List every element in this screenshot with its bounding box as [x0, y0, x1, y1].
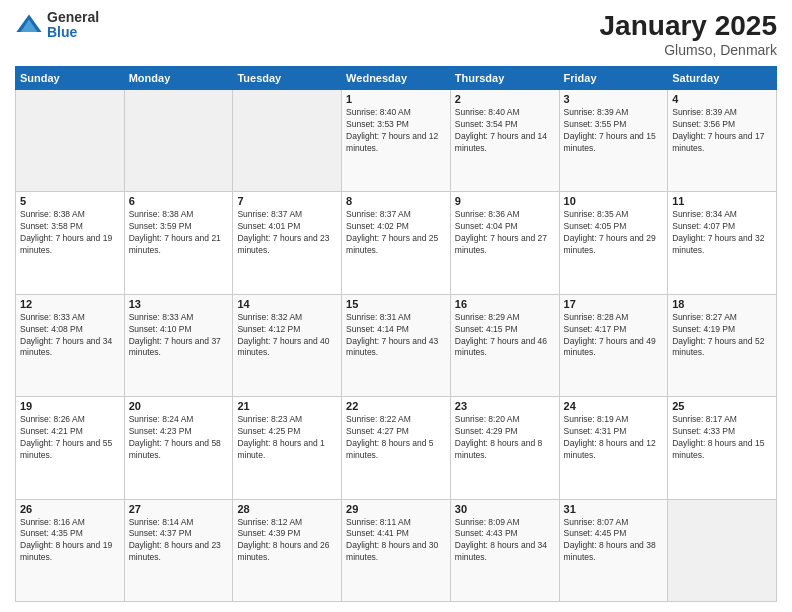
- day-info: Sunrise: 8:20 AMSunset: 4:29 PMDaylight:…: [455, 414, 555, 462]
- day-number: 23: [455, 400, 555, 412]
- day-number: 12: [20, 298, 120, 310]
- table-row: 29Sunrise: 8:11 AMSunset: 4:41 PMDayligh…: [342, 499, 451, 601]
- table-row: 18Sunrise: 8:27 AMSunset: 4:19 PMDayligh…: [668, 294, 777, 396]
- day-info: Sunrise: 8:33 AMSunset: 4:08 PMDaylight:…: [20, 312, 120, 360]
- day-info: Sunrise: 8:16 AMSunset: 4:35 PMDaylight:…: [20, 517, 120, 565]
- day-info: Sunrise: 8:36 AMSunset: 4:04 PMDaylight:…: [455, 209, 555, 257]
- page: General Blue January 2025 Glumso, Denmar…: [0, 0, 792, 612]
- day-info: Sunrise: 8:19 AMSunset: 4:31 PMDaylight:…: [564, 414, 664, 462]
- table-row: 28Sunrise: 8:12 AMSunset: 4:39 PMDayligh…: [233, 499, 342, 601]
- table-row: 7Sunrise: 8:37 AMSunset: 4:01 PMDaylight…: [233, 192, 342, 294]
- header-thursday: Thursday: [450, 67, 559, 90]
- table-row: 15Sunrise: 8:31 AMSunset: 4:14 PMDayligh…: [342, 294, 451, 396]
- header-sunday: Sunday: [16, 67, 125, 90]
- day-number: 22: [346, 400, 446, 412]
- table-row: 27Sunrise: 8:14 AMSunset: 4:37 PMDayligh…: [124, 499, 233, 601]
- day-info: Sunrise: 8:22 AMSunset: 4:27 PMDaylight:…: [346, 414, 446, 462]
- table-row: [233, 90, 342, 192]
- table-row: 25Sunrise: 8:17 AMSunset: 4:33 PMDayligh…: [668, 397, 777, 499]
- day-number: 19: [20, 400, 120, 412]
- day-info: Sunrise: 8:37 AMSunset: 4:01 PMDaylight:…: [237, 209, 337, 257]
- header-friday: Friday: [559, 67, 668, 90]
- table-row: 6Sunrise: 8:38 AMSunset: 3:59 PMDaylight…: [124, 192, 233, 294]
- day-info: Sunrise: 8:40 AMSunset: 3:53 PMDaylight:…: [346, 107, 446, 155]
- calendar-subtitle: Glumso, Denmark: [600, 42, 777, 58]
- table-row: 19Sunrise: 8:26 AMSunset: 4:21 PMDayligh…: [16, 397, 125, 499]
- day-number: 5: [20, 195, 120, 207]
- table-row: [124, 90, 233, 192]
- table-row: 23Sunrise: 8:20 AMSunset: 4:29 PMDayligh…: [450, 397, 559, 499]
- table-row: [668, 499, 777, 601]
- day-number: 21: [237, 400, 337, 412]
- header-tuesday: Tuesday: [233, 67, 342, 90]
- calendar-week-row: 5Sunrise: 8:38 AMSunset: 3:58 PMDaylight…: [16, 192, 777, 294]
- title-block: January 2025 Glumso, Denmark: [600, 10, 777, 58]
- table-row: 16Sunrise: 8:29 AMSunset: 4:15 PMDayligh…: [450, 294, 559, 396]
- table-row: 31Sunrise: 8:07 AMSunset: 4:45 PMDayligh…: [559, 499, 668, 601]
- day-info: Sunrise: 8:34 AMSunset: 4:07 PMDaylight:…: [672, 209, 772, 257]
- day-number: 18: [672, 298, 772, 310]
- table-row: 12Sunrise: 8:33 AMSunset: 4:08 PMDayligh…: [16, 294, 125, 396]
- table-row: 9Sunrise: 8:36 AMSunset: 4:04 PMDaylight…: [450, 192, 559, 294]
- day-info: Sunrise: 8:17 AMSunset: 4:33 PMDaylight:…: [672, 414, 772, 462]
- table-row: 24Sunrise: 8:19 AMSunset: 4:31 PMDayligh…: [559, 397, 668, 499]
- weekday-header-row: Sunday Monday Tuesday Wednesday Thursday…: [16, 67, 777, 90]
- day-info: Sunrise: 8:29 AMSunset: 4:15 PMDaylight:…: [455, 312, 555, 360]
- day-number: 27: [129, 503, 229, 515]
- calendar-week-row: 12Sunrise: 8:33 AMSunset: 4:08 PMDayligh…: [16, 294, 777, 396]
- table-row: 14Sunrise: 8:32 AMSunset: 4:12 PMDayligh…: [233, 294, 342, 396]
- day-number: 29: [346, 503, 446, 515]
- day-number: 31: [564, 503, 664, 515]
- day-number: 3: [564, 93, 664, 105]
- day-number: 2: [455, 93, 555, 105]
- day-number: 17: [564, 298, 664, 310]
- day-info: Sunrise: 8:07 AMSunset: 4:45 PMDaylight:…: [564, 517, 664, 565]
- day-number: 13: [129, 298, 229, 310]
- day-number: 26: [20, 503, 120, 515]
- day-number: 8: [346, 195, 446, 207]
- table-row: 26Sunrise: 8:16 AMSunset: 4:35 PMDayligh…: [16, 499, 125, 601]
- calendar-title: January 2025: [600, 10, 777, 42]
- calendar-week-row: 26Sunrise: 8:16 AMSunset: 4:35 PMDayligh…: [16, 499, 777, 601]
- day-info: Sunrise: 8:11 AMSunset: 4:41 PMDaylight:…: [346, 517, 446, 565]
- header-wednesday: Wednesday: [342, 67, 451, 90]
- day-number: 14: [237, 298, 337, 310]
- day-info: Sunrise: 8:14 AMSunset: 4:37 PMDaylight:…: [129, 517, 229, 565]
- day-info: Sunrise: 8:12 AMSunset: 4:39 PMDaylight:…: [237, 517, 337, 565]
- table-row: 2Sunrise: 8:40 AMSunset: 3:54 PMDaylight…: [450, 90, 559, 192]
- day-number: 20: [129, 400, 229, 412]
- day-info: Sunrise: 8:24 AMSunset: 4:23 PMDaylight:…: [129, 414, 229, 462]
- day-number: 4: [672, 93, 772, 105]
- day-number: 16: [455, 298, 555, 310]
- table-row: 13Sunrise: 8:33 AMSunset: 4:10 PMDayligh…: [124, 294, 233, 396]
- calendar-table: Sunday Monday Tuesday Wednesday Thursday…: [15, 66, 777, 602]
- day-info: Sunrise: 8:39 AMSunset: 3:55 PMDaylight:…: [564, 107, 664, 155]
- table-row: 10Sunrise: 8:35 AMSunset: 4:05 PMDayligh…: [559, 192, 668, 294]
- day-info: Sunrise: 8:40 AMSunset: 3:54 PMDaylight:…: [455, 107, 555, 155]
- logo-icon: [15, 11, 43, 39]
- logo-blue-text: Blue: [47, 25, 99, 40]
- day-info: Sunrise: 8:38 AMSunset: 3:58 PMDaylight:…: [20, 209, 120, 257]
- day-number: 1: [346, 93, 446, 105]
- table-row: [16, 90, 125, 192]
- calendar-week-row: 1Sunrise: 8:40 AMSunset: 3:53 PMDaylight…: [16, 90, 777, 192]
- day-number: 7: [237, 195, 337, 207]
- table-row: 4Sunrise: 8:39 AMSunset: 3:56 PMDaylight…: [668, 90, 777, 192]
- table-row: 17Sunrise: 8:28 AMSunset: 4:17 PMDayligh…: [559, 294, 668, 396]
- day-number: 9: [455, 195, 555, 207]
- day-info: Sunrise: 8:32 AMSunset: 4:12 PMDaylight:…: [237, 312, 337, 360]
- day-info: Sunrise: 8:23 AMSunset: 4:25 PMDaylight:…: [237, 414, 337, 462]
- table-row: 11Sunrise: 8:34 AMSunset: 4:07 PMDayligh…: [668, 192, 777, 294]
- day-info: Sunrise: 8:28 AMSunset: 4:17 PMDaylight:…: [564, 312, 664, 360]
- table-row: 1Sunrise: 8:40 AMSunset: 3:53 PMDaylight…: [342, 90, 451, 192]
- day-info: Sunrise: 8:35 AMSunset: 4:05 PMDaylight:…: [564, 209, 664, 257]
- table-row: 22Sunrise: 8:22 AMSunset: 4:27 PMDayligh…: [342, 397, 451, 499]
- header-monday: Monday: [124, 67, 233, 90]
- table-row: 21Sunrise: 8:23 AMSunset: 4:25 PMDayligh…: [233, 397, 342, 499]
- day-info: Sunrise: 8:33 AMSunset: 4:10 PMDaylight:…: [129, 312, 229, 360]
- day-number: 25: [672, 400, 772, 412]
- day-number: 30: [455, 503, 555, 515]
- day-number: 10: [564, 195, 664, 207]
- logo-general-text: General: [47, 10, 99, 25]
- table-row: 5Sunrise: 8:38 AMSunset: 3:58 PMDaylight…: [16, 192, 125, 294]
